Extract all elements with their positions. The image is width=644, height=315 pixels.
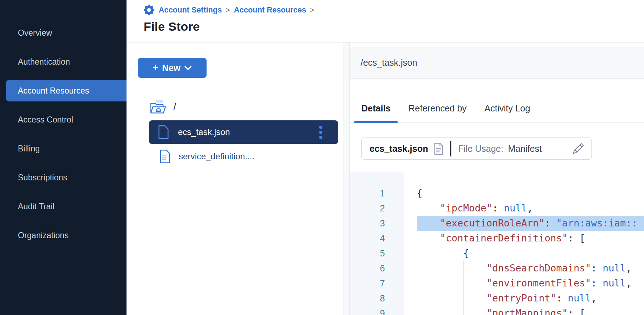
line-number: 4 — [350, 231, 385, 246]
code-viewer[interactable]: 123456789 { "ipcMode": null, "executionR… — [350, 172, 644, 315]
file-usage-label: File Usage: — [458, 144, 503, 154]
breadcrumb-items: Account Settings>Account Resources> — [159, 6, 318, 15]
page-title: File Store — [144, 20, 200, 34]
indent-guide — [417, 291, 417, 306]
divider — [450, 141, 451, 156]
tab-details[interactable]: Details — [361, 103, 391, 114]
line-number: 9 — [350, 306, 385, 315]
kebab-menu-icon[interactable] — [313, 120, 328, 144]
indent-guide — [440, 291, 440, 306]
indent-guide — [417, 216, 417, 231]
sidebar-item-access-control[interactable]: Access Control — [0, 109, 127, 130]
file-row[interactable]: service_definition.... — [149, 145, 338, 168]
sidebar-item-billing[interactable]: Billing — [0, 138, 127, 159]
indent-guide — [440, 261, 440, 276]
line-number: 7 — [350, 276, 385, 291]
indent-guide — [417, 231, 417, 246]
gear-icon — [144, 5, 154, 15]
file-icon — [159, 150, 170, 163]
code-line: "entryPoint": null, — [417, 291, 644, 306]
sidebar-nav: OverviewAuthenticationAccount ResourcesA… — [0, 22, 127, 246]
card-file-name: ecs_task.json — [370, 144, 428, 154]
file-info-card: ecs_task.json File Usage: Manifest — [361, 138, 592, 160]
sidebar-item-account-resources[interactable]: Account Resources — [6, 80, 127, 101]
sidebar: OverviewAuthenticationAccount ResourcesA… — [0, 0, 127, 315]
file-usage-value: Manifest — [508, 144, 541, 154]
line-number: 1 — [350, 186, 385, 201]
breadcrumb: Account Settings>Account Resources> — [144, 4, 318, 16]
code-line: "portMappings": [ — [417, 306, 644, 315]
indent-guide — [440, 246, 440, 261]
file-path: /ecs_task.json — [361, 58, 417, 68]
file-row-selected[interactable]: ecs_task.json — [149, 120, 338, 144]
document-icon — [434, 143, 444, 155]
breadcrumb-link-account-settings[interactable]: Account Settings — [159, 6, 222, 15]
line-number: 8 — [350, 291, 385, 306]
new-button-label: New — [162, 63, 180, 73]
sidebar-item-authentication[interactable]: Authentication — [0, 51, 127, 72]
sidebar-item-organizations[interactable]: Organizations — [0, 225, 127, 246]
file-details-panel: /ecs_task.json DetailsReferenced byActiv… — [350, 42, 644, 315]
file-store-panel: + New / ecs_task.json — [127, 42, 350, 315]
breadcrumb-link-account-resources[interactable]: Account Resources — [234, 6, 306, 15]
indent-guide — [463, 261, 464, 276]
indent-guide — [463, 306, 464, 315]
indent-guide — [417, 276, 417, 291]
active-tab-underline — [354, 121, 398, 123]
breadcrumb-separator: > — [226, 6, 230, 14]
plus-icon: + — [153, 62, 158, 72]
chevron-down-icon — [184, 65, 192, 70]
root-folder-row[interactable]: / — [150, 99, 176, 115]
indent-guide — [463, 291, 464, 306]
sidebar-item-subscriptions[interactable]: Subscriptions — [0, 167, 127, 188]
line-number: 5 — [350, 246, 385, 261]
indent-guide — [417, 201, 417, 216]
file-path-bar: /ecs_task.json — [350, 47, 644, 79]
root-folder-label: / — [173, 102, 176, 113]
indent-guide — [417, 306, 417, 315]
tab-referenced-by[interactable]: Referenced by — [408, 103, 467, 114]
code-line-highlighted: "executionRoleArn": "arn:aws:iam:: — [417, 216, 644, 231]
code-line: "ipcMode": null, — [417, 201, 644, 216]
line-number-gutter: 123456789 — [350, 172, 404, 315]
code-line: { — [417, 246, 644, 261]
code-line: { — [417, 186, 644, 201]
code-content: { "ipcMode": null, "executionRoleArn": "… — [404, 172, 644, 315]
file-name: ecs_task.json — [178, 127, 230, 137]
file-icon — [158, 125, 169, 139]
app-window: OverviewAuthenticationAccount ResourcesA… — [0, 0, 644, 315]
breadcrumb-separator: > — [310, 6, 314, 14]
scrollbar-track[interactable] — [343, 42, 350, 315]
home-folder-icon — [150, 100, 166, 114]
line-number: 2 — [350, 201, 385, 216]
indent-guide — [417, 261, 417, 276]
edit-pencil-icon[interactable] — [573, 143, 584, 154]
file-name: service_definition.... — [179, 151, 254, 161]
sidebar-item-overview[interactable]: Overview — [0, 22, 127, 44]
code-line: "dnsSearchDomains": null, — [417, 261, 644, 276]
indent-guide — [440, 306, 440, 315]
line-number: 3 — [350, 216, 385, 231]
tab-activity-log[interactable]: Activity Log — [484, 103, 531, 114]
indent-guide — [440, 276, 440, 291]
page-header: Account Settings>Account Resources> File… — [127, 0, 644, 42]
new-button[interactable]: + New — [138, 58, 207, 78]
code-line: "containerDefinitions": [ — [417, 231, 644, 246]
sidebar-item-audit-trail[interactable]: Audit Trail — [0, 196, 127, 217]
tab-bar: DetailsReferenced byActivity Log — [350, 79, 644, 122]
line-number: 6 — [350, 261, 385, 276]
indent-guide — [417, 246, 417, 261]
indent-guide — [463, 276, 464, 291]
code-line: "environmentFiles": null, — [417, 276, 644, 291]
